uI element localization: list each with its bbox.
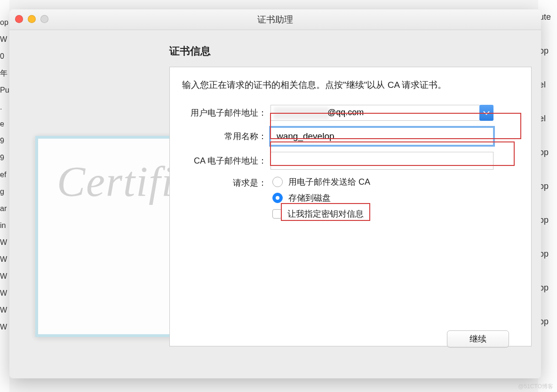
- common-name-row: 常用名称：: [182, 127, 519, 145]
- redacted-email-prefix: [274, 107, 329, 119]
- common-name-field[interactable]: [271, 127, 493, 145]
- ca-email-row: CA 电子邮件地址：: [182, 152, 519, 170]
- request-label: 请求是：: [182, 176, 267, 188]
- chevron-down-icon: [483, 110, 490, 115]
- instruction-text: 输入您正在请求的证书的相关信息。点按"继续"以从 CA 请求证书。: [182, 78, 519, 93]
- request-options: 用电子邮件发送给 CA 存储到磁盘 让我指定密钥对信息: [271, 176, 370, 220]
- window-controls: [15, 15, 48, 23]
- ca-email-field[interactable]: [271, 152, 493, 170]
- section-heading: 证书信息: [169, 44, 522, 58]
- zoom-window-button[interactable]: [40, 15, 48, 23]
- dialog-content: Certificate 证书信息 输入您正在请求的证书的相关信息。点按"继续"以…: [9, 30, 541, 356]
- email-dropdown-button[interactable]: [479, 105, 493, 121]
- request-row: 请求是： 用电子邮件发送给 CA 存储到磁盘 让我指定密钥对信息: [182, 176, 519, 220]
- check-keypair-row[interactable]: 让我指定密钥对信息: [272, 208, 370, 220]
- background-left-column: opW0年 Pu.e 99ef garin WWW WWW: [0, 0, 9, 392]
- radio-email-ca-label: 用电子邮件发送给 CA: [288, 176, 370, 188]
- certificate-assistant-dialog: 证书助理 Certificate 证书信息 输入您正在请求的证书的相关信息。点按…: [9, 9, 541, 378]
- radio-save-disk-label: 存储到磁盘: [288, 192, 331, 204]
- email-suffix: @qq.com: [327, 108, 364, 118]
- email-field[interactable]: @qq.com: [271, 105, 479, 121]
- watermark: @51CTO博客: [518, 383, 553, 391]
- radio-save-disk-row[interactable]: 存储到磁盘: [272, 192, 370, 204]
- radio-email-ca-row[interactable]: 用电子邮件发送给 CA: [272, 176, 370, 188]
- radio-save-disk[interactable]: [272, 193, 283, 203]
- window-title: 证书助理: [257, 14, 293, 26]
- ca-email-label: CA 电子邮件地址：: [182, 155, 267, 166]
- form-panel: 输入您正在请求的证书的相关信息。点按"继续"以从 CA 请求证书。 用户电子邮件…: [169, 67, 532, 346]
- minimize-window-button[interactable]: [28, 15, 36, 23]
- close-window-button[interactable]: [15, 15, 23, 23]
- check-keypair[interactable]: [272, 209, 282, 219]
- email-combobox[interactable]: @qq.com: [271, 105, 493, 121]
- check-keypair-label: 让我指定密钥对信息: [287, 208, 364, 220]
- email-row: 用户电子邮件地址： @qq.com: [182, 105, 519, 121]
- common-name-label: 常用名称：: [182, 131, 267, 142]
- radio-email-ca[interactable]: [272, 177, 283, 187]
- email-label: 用户电子邮件地址：: [182, 107, 267, 118]
- continue-button[interactable]: 继续: [447, 330, 509, 347]
- titlebar: 证书助理: [9, 9, 541, 30]
- background-right-column: ute op el el op op op op op op: [538, 0, 557, 392]
